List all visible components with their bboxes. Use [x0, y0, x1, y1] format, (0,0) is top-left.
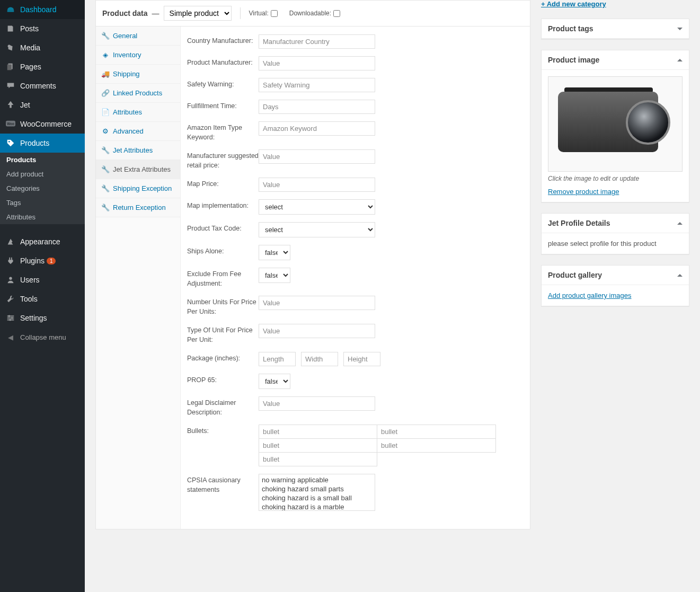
tab-label: Advanced: [113, 127, 144, 135]
menu-settings[interactable]: Settings: [0, 308, 85, 328]
input-num-units[interactable]: [259, 296, 375, 310]
product-data-header: Product data — Simple product Virtual: D…: [95, 0, 530, 26]
add-gallery-images-link[interactable]: Add product gallery images: [548, 291, 632, 299]
input-safety-warning[interactable]: [259, 78, 375, 92]
product-image-box: Product image Click the image to edit or…: [541, 50, 689, 202]
menu-tools[interactable]: Tools: [0, 289, 85, 308]
input-map-price[interactable]: [259, 178, 375, 192]
submenu-tags[interactable]: Tags: [0, 196, 85, 210]
tab-shipping-exception[interactable]: 🔧Shipping Exception: [96, 179, 180, 198]
product-type-select[interactable]: Simple product: [164, 6, 232, 21]
add-new-category-link[interactable]: + Add new category: [541, 0, 606, 8]
menu-plugins[interactable]: Plugins1: [0, 251, 85, 270]
jet-profile-title: Jet Profile Details: [548, 219, 610, 227]
wrench-icon: 🔧: [101, 204, 110, 211]
label-tax-code: Product Tax Code:: [187, 222, 259, 234]
input-bullet-5[interactable]: [259, 453, 377, 466]
virtual-label: Virtual:: [249, 10, 278, 17]
menu-appearance[interactable]: Appearance: [0, 232, 85, 251]
select-exclude-fee[interactable]: false: [259, 268, 290, 283]
menu-products[interactable]: Products: [0, 134, 85, 153]
menu-jet[interactable]: Jet: [0, 95, 85, 114]
menu-posts[interactable]: Posts: [0, 19, 85, 38]
label-country-manufacturer: Country Manufacturer:: [187, 34, 259, 46]
product-image-thumbnail[interactable]: [548, 76, 683, 172]
product-gallery-title: Product gallery: [548, 271, 602, 279]
product-gallery-header[interactable]: Product gallery: [542, 266, 689, 285]
label-num-units: Number Units For Price Per Units:: [187, 296, 259, 316]
tab-inventory[interactable]: ◈Inventory: [96, 46, 180, 65]
collapse-menu[interactable]: ◀Collapse menu: [0, 328, 85, 347]
select-prop65[interactable]: false: [259, 374, 290, 389]
cpsia-option[interactable]: choking hazard is a small ball: [262, 494, 372, 503]
cpsia-option[interactable]: no warning applicable: [262, 476, 372, 485]
chevron-down-icon: [677, 28, 683, 30]
tab-general[interactable]: 🔧General: [96, 26, 180, 46]
label-safety-warning: Safety Warning:: [187, 78, 259, 90]
tab-label: General: [113, 32, 137, 40]
collapse-icon: ◀: [5, 332, 16, 342]
tab-shipping[interactable]: 🚚Shipping: [96, 65, 180, 84]
input-package-length[interactable]: [259, 352, 296, 366]
tab-return-exception[interactable]: 🔧Return Exception: [96, 198, 180, 217]
submenu-categories[interactable]: Categories: [0, 181, 85, 196]
input-fulfillment-time[interactable]: [259, 100, 375, 114]
product-gallery-box: Product gallery Add product gallery imag…: [541, 265, 689, 306]
input-bullet-3[interactable]: [259, 439, 377, 453]
input-type-unit[interactable]: [259, 324, 375, 338]
panel-tabs: 🔧General ◈Inventory 🚚Shipping 🔗Linked Pr…: [96, 26, 181, 529]
products-submenu: Products Add product Categories Tags Att…: [0, 153, 85, 224]
product-tags-header[interactable]: Product tags: [542, 19, 689, 39]
input-amazon-keyword[interactable]: [259, 121, 375, 136]
input-bullet-4[interactable]: [377, 439, 496, 453]
menu-pages[interactable]: Pages: [0, 57, 85, 76]
jet-profile-header[interactable]: Jet Profile Details: [542, 214, 689, 233]
label-product-manufacturer: Product Manufacturer:: [187, 56, 259, 68]
select-map-implementation[interactable]: select: [259, 199, 375, 215]
svg-rect-0: [7, 11, 14, 12]
submenu-add-product[interactable]: Add product: [0, 167, 85, 181]
plugins-badge: 1: [47, 258, 56, 264]
label-map-implementation: Map implementation:: [187, 199, 259, 211]
gear-icon: ⚙: [101, 127, 110, 135]
virtual-checkbox[interactable]: [271, 10, 278, 17]
menu-woocommerce[interactable]: WooWooCommerce: [0, 114, 85, 134]
menu-label: Dashboard: [20, 5, 57, 14]
settings-icon: [5, 313, 16, 323]
cpsia-option[interactable]: choking hazard is a marble: [262, 503, 372, 511]
tab-attributes[interactable]: 📄Attributes: [96, 103, 180, 122]
submenu-products[interactable]: Products: [0, 153, 85, 167]
tab-label: Return Exception: [113, 204, 166, 211]
select-tax-code[interactable]: select: [259, 222, 375, 237]
input-product-manufacturer[interactable]: [259, 56, 375, 70]
remove-product-image-link[interactable]: Remove product image: [548, 188, 619, 196]
cpsia-option[interactable]: choking hazard small parts: [262, 485, 372, 494]
input-bullet-2[interactable]: [377, 425, 496, 439]
menu-label: Settings: [20, 314, 47, 322]
submenu-attributes[interactable]: Attributes: [0, 210, 85, 224]
menu-dashboard[interactable]: Dashboard: [0, 0, 85, 19]
tab-label: Inventory: [113, 51, 141, 59]
label-msrp: Manufacturer suggested retail price:: [187, 149, 259, 170]
menu-users[interactable]: Users: [0, 270, 85, 289]
input-package-height[interactable]: [343, 352, 380, 366]
downloadable-checkbox[interactable]: [333, 10, 340, 17]
product-image-header[interactable]: Product image: [542, 50, 689, 70]
tab-advanced[interactable]: ⚙Advanced: [96, 122, 180, 141]
wrench-icon: 🔧: [101, 146, 110, 154]
cpsia-multiselect[interactable]: no warning applicable choking hazard sma…: [259, 474, 375, 511]
input-package-width[interactable]: [301, 352, 338, 366]
input-msrp[interactable]: [259, 149, 375, 164]
tab-jet-attributes[interactable]: 🔧Jet Attributes: [96, 141, 180, 160]
select-ships-alone[interactable]: false: [259, 245, 290, 260]
menu-media[interactable]: Media: [0, 38, 85, 57]
svg-point-11: [8, 315, 11, 317]
input-legal-disclaimer[interactable]: [259, 396, 375, 411]
tab-jet-extra-attributes[interactable]: 🔧Jet Extra Attributes: [96, 160, 180, 179]
main-column: Product data — Simple product Virtual: D…: [95, 0, 530, 529]
menu-comments[interactable]: Comments: [0, 76, 85, 95]
input-bullet-1[interactable]: [259, 425, 377, 439]
panel-content: Country Manufacturer: Product Manufactur…: [181, 26, 530, 529]
input-country-manufacturer[interactable]: [259, 34, 375, 49]
tab-linked-products[interactable]: 🔗Linked Products: [96, 84, 180, 103]
